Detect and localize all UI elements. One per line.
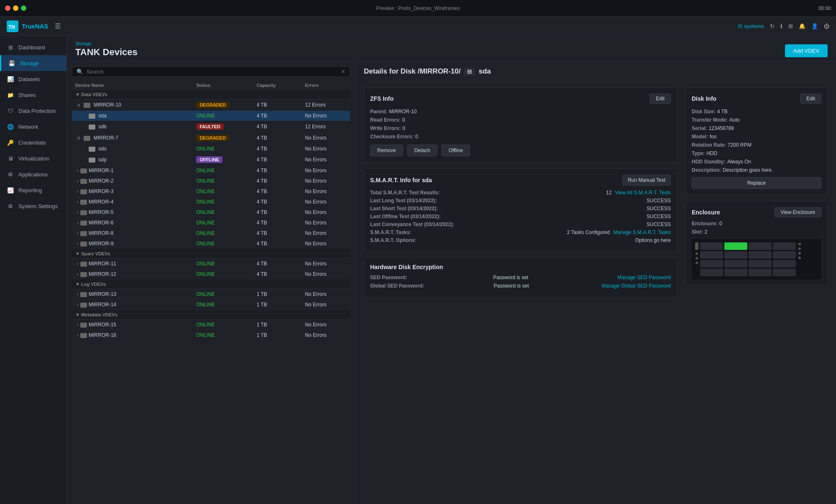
sidebar-item-datasets[interactable]: 📊 Datasets bbox=[0, 71, 66, 87]
disk-icon bbox=[89, 125, 95, 130]
expand-btn[interactable]: › bbox=[75, 178, 80, 184]
table-row[interactable]: ›MIRROR-4ONLINE4 TBNo Errors bbox=[72, 197, 350, 207]
minimize-window-button[interactable] bbox=[13, 5, 18, 11]
view-all-smart-link[interactable]: View All S.M.A.R.T. Tests bbox=[615, 190, 671, 196]
expand-btn[interactable]: › bbox=[75, 291, 80, 297]
search-clear-icon[interactable]: ✕ bbox=[341, 69, 345, 75]
search-input[interactable] bbox=[87, 69, 337, 75]
smart-last-offline-row: Last Offline Test (03/14/2022): SUCCESS bbox=[370, 214, 671, 219]
table-row[interactable]: ›MIRROR-6ONLINE4 TBNo Errors bbox=[72, 218, 350, 228]
standby-row: HDD Standby: Always On bbox=[692, 159, 821, 165]
expand-btn[interactable]: › bbox=[75, 322, 80, 328]
sidebar-item-storage[interactable]: 💾 Storage bbox=[0, 55, 66, 71]
table-row[interactable]: sdo ONLINE 4 TB No Errors bbox=[72, 144, 350, 154]
section-data-vdevs[interactable]: ▼ Data VDEVs bbox=[72, 90, 350, 99]
grid-icon[interactable]: ⊞ bbox=[788, 23, 793, 29]
table-row[interactable]: sdb FAULTED 4 TB 12 Errors bbox=[72, 121, 350, 132]
view-enclosure-button[interactable]: View Enclosure bbox=[775, 207, 822, 217]
table-row[interactable]: ›MIRROR-5ONLINE4 TBNo Errors bbox=[72, 207, 350, 218]
system-settings-icon: ⚙ bbox=[7, 202, 14, 210]
expand-btn[interactable]: › bbox=[75, 209, 80, 215]
zfs-write-errors-row: Write Errors: 0 bbox=[370, 125, 671, 131]
encryption-card-header: Hardware Disk Encryption bbox=[370, 264, 671, 270]
manage-smart-tasks-link[interactable]: Manage S.M.A.R.T. Tasks bbox=[613, 229, 671, 235]
power-icon[interactable]: ⏻ bbox=[824, 23, 829, 29]
section-log-vdevs[interactable]: ▼ Log VDEVs bbox=[72, 280, 350, 289]
header-bar: TN TrueNAS ☰ iX systems ↻ ℹ ⊞ 🔔 👤 ⏻ bbox=[0, 17, 836, 36]
enc-slot bbox=[773, 260, 796, 267]
sidebar-item-shares[interactable]: 📁 Shares bbox=[0, 87, 66, 103]
table-row[interactable]: sdp OFFLINE 4 TB No Errors bbox=[72, 154, 350, 165]
expand-btn[interactable]: › bbox=[75, 271, 80, 277]
section-spare-vdevs[interactable]: ▼ Spare VDEVs bbox=[72, 249, 350, 259]
table-row[interactable]: ›MIRROR-15ONLINE1 TBNo Errors bbox=[72, 320, 350, 330]
zfs-title: ZFS Info bbox=[370, 95, 394, 102]
remove-button[interactable]: Remove bbox=[370, 145, 403, 156]
expand-btn[interactable]: › bbox=[75, 261, 80, 267]
credentials-icon: 🔑 bbox=[7, 139, 14, 146]
sidebar-item-network[interactable]: 🌐 Network bbox=[0, 119, 66, 135]
offline-button[interactable]: Offline bbox=[442, 145, 470, 156]
sidebar-item-reporting[interactable]: 📈 Reporting bbox=[0, 182, 66, 198]
detach-button[interactable]: Detach bbox=[407, 145, 437, 156]
model-row: Model: foo bbox=[692, 134, 821, 140]
network-icon: 🌐 bbox=[7, 123, 14, 130]
transfer-mode-row: Transfer Mode: Auto bbox=[692, 117, 821, 123]
sidebar-item-data-protection[interactable]: 🛡 Data Protection bbox=[0, 103, 66, 119]
expand-mirror10-button[interactable]: ∨ bbox=[75, 102, 82, 108]
user-icon[interactable]: 👤 bbox=[811, 23, 818, 29]
section-metadata-vdevs[interactable]: ▼ Metadata VDEVs bbox=[72, 310, 350, 320]
run-manual-test-button[interactable]: Run Manual Test bbox=[622, 175, 671, 186]
tasks-label: S.M.A.R.T. Tasks: bbox=[370, 229, 567, 235]
expand-btn[interactable]: › bbox=[75, 332, 80, 338]
table-row[interactable]: sda ONLINE 4 TB No Errors bbox=[72, 111, 350, 121]
expand-btn[interactable]: › bbox=[75, 230, 80, 236]
table-row[interactable]: ∨ MIRROR-10 DEGRADED 4 TB 12 Errors bbox=[72, 99, 350, 111]
hardware-encryption-card: Hardware Disk Encryption SED Password: P… bbox=[364, 257, 677, 298]
table-row[interactable]: ›MIRROR-14ONLINE1 TBNo Errors bbox=[72, 300, 350, 310]
table-row[interactable]: ∨ MIRROR-7 DEGRADED 4 TB No Errors bbox=[72, 132, 350, 144]
add-vdev-button[interactable]: Add VDEV bbox=[785, 44, 828, 57]
replace-button[interactable]: Replace bbox=[692, 177, 821, 189]
table-row[interactable]: ›MIRROR-12ONLINE4 TBNo Errors bbox=[72, 269, 350, 280]
table-row[interactable]: ›MIRROR-1ONLINE4 TBNo Errors bbox=[72, 165, 350, 176]
info-icon[interactable]: ℹ bbox=[780, 23, 782, 29]
sidebar-item-applications[interactable]: ⚙ Applications bbox=[0, 166, 66, 182]
manage-global-sed-link[interactable]: Manage Global SED Password bbox=[602, 283, 671, 289]
slot-value: 2 bbox=[705, 229, 708, 235]
table-row[interactable]: ›MIRROR-11ONLINE4 TBNo Errors bbox=[72, 259, 350, 269]
sidebar-item-virtualization[interactable]: 🖥 Virtualization bbox=[0, 150, 66, 166]
expand-btn[interactable]: › bbox=[75, 302, 80, 308]
close-window-button[interactable] bbox=[5, 5, 10, 11]
expand-btn[interactable]: › bbox=[75, 241, 80, 247]
expand-btn[interactable]: › bbox=[75, 188, 80, 194]
table-row[interactable]: ›MIRROR-9ONLINE4 TBNo Errors bbox=[72, 239, 350, 249]
hamburger-icon[interactable]: ☰ bbox=[55, 22, 61, 30]
disk-info-edit-button[interactable]: Edit bbox=[800, 94, 821, 104]
sed-row: SED Password: Password is set Manage SED… bbox=[370, 275, 671, 280]
expand-mirror7-button[interactable]: ∨ bbox=[75, 135, 82, 141]
bell-icon[interactable]: 🔔 bbox=[799, 23, 805, 29]
table-row[interactable]: ›MIRROR-8ONLINE4 TBNo Errors bbox=[72, 228, 350, 239]
last-long-value: SUCCESS bbox=[647, 198, 671, 204]
smart-options-row: S.M.A.R.T. Options: Options go here bbox=[370, 237, 671, 243]
table-row[interactable]: ›MIRROR-16ONLINE1 TBNo Errors bbox=[72, 330, 350, 341]
expand-btn[interactable]: › bbox=[75, 199, 80, 205]
refresh-icon[interactable]: ↻ bbox=[770, 23, 775, 29]
zfs-edit-button[interactable]: Edit bbox=[649, 94, 671, 104]
sidebar-item-credentials[interactable]: 🔑 Credentials bbox=[0, 135, 66, 150]
sidebar-item-system-settings[interactable]: ⚙ System Settings bbox=[0, 198, 66, 214]
table-row[interactable]: ›MIRROR-13ONLINE1 TBNo Errors bbox=[72, 289, 350, 300]
table-row[interactable]: ›MIRROR-2ONLINE4 TBNo Errors bbox=[72, 176, 350, 186]
expand-btn[interactable]: › bbox=[75, 168, 80, 173]
expand-data-vdevs-icon: ▼ bbox=[75, 92, 80, 97]
enclosure-number-row: Enclosure: 0 bbox=[692, 221, 821, 227]
table-row[interactable]: ›MIRROR-3ONLINE4 TBNo Errors bbox=[72, 186, 350, 197]
expand-btn[interactable]: › bbox=[75, 220, 80, 226]
header-right: iX systems ↻ ℹ ⊞ 🔔 👤 ⏻ bbox=[738, 23, 829, 29]
slot-row: Slot: 2 bbox=[692, 229, 821, 235]
options-label: S.M.A.R.T. Options: bbox=[370, 237, 635, 243]
maximize-window-button[interactable] bbox=[21, 5, 26, 11]
manage-sed-link[interactable]: Manage SED Password bbox=[618, 275, 671, 280]
sidebar-item-dashboard[interactable]: ⊞ Dashboard bbox=[0, 39, 66, 55]
